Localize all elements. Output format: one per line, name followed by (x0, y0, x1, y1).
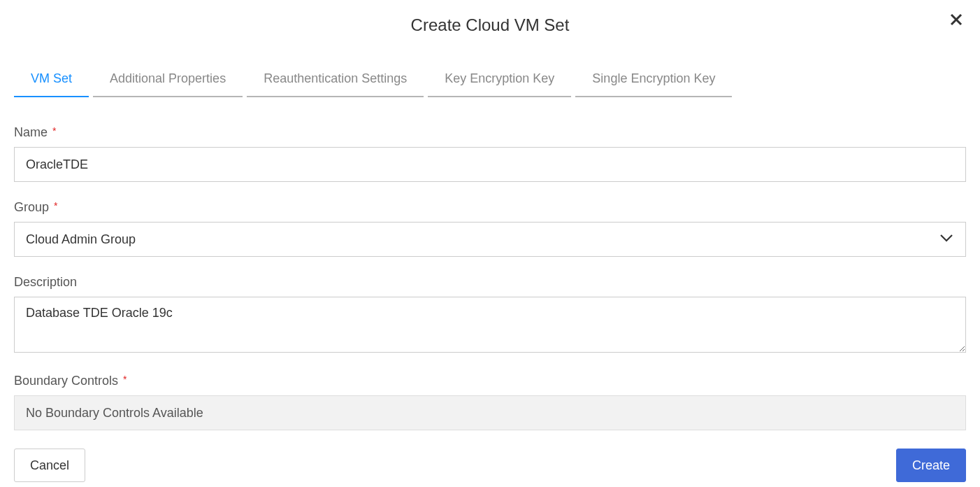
name-label: Name * (14, 125, 56, 140)
tab-reauthentication-settings[interactable]: Reauthentication Settings (247, 63, 424, 97)
field-name: Name * (14, 125, 966, 182)
group-select[interactable]: Cloud Admin Group (14, 222, 966, 257)
tab-additional-properties[interactable]: Additional Properties (93, 63, 243, 97)
field-description: Description (14, 275, 966, 355)
field-boundary-controls: Boundary Controls * No Boundary Controls… (14, 374, 966, 430)
description-label: Description (14, 275, 77, 290)
name-input[interactable] (14, 147, 966, 182)
tab-key-encryption-key[interactable]: Key Encryption Key (428, 63, 571, 97)
description-input[interactable] (14, 297, 966, 353)
required-mark: * (54, 200, 57, 211)
group-select-wrap: Cloud Admin Group (14, 222, 966, 257)
create-button[interactable]: Create (896, 449, 966, 482)
boundary-label: Boundary Controls * (14, 374, 127, 388)
name-label-text: Name (14, 125, 48, 139)
required-mark: * (123, 374, 127, 385)
close-icon[interactable] (949, 13, 966, 29)
form: Name * Group * Cloud Admin Group Descrip… (14, 125, 966, 430)
dialog-header: Create Cloud VM Set (14, 0, 966, 42)
tab-vm-set[interactable]: VM Set (14, 63, 89, 97)
field-group: Group * Cloud Admin Group (14, 200, 966, 257)
dialog-title: Create Cloud VM Set (14, 15, 966, 35)
required-mark: * (52, 125, 56, 136)
group-label: Group * (14, 200, 58, 215)
cancel-button[interactable]: Cancel (14, 449, 85, 482)
tabs: VM Set Additional Properties Reauthentic… (14, 63, 966, 97)
dialog-footer: Cancel Create (14, 449, 966, 487)
boundary-label-text: Boundary Controls (14, 374, 118, 388)
group-label-text: Group (14, 200, 49, 214)
boundary-readonly: No Boundary Controls Available (14, 395, 966, 430)
tab-single-encryption-key[interactable]: Single Encryption Key (575, 63, 732, 97)
